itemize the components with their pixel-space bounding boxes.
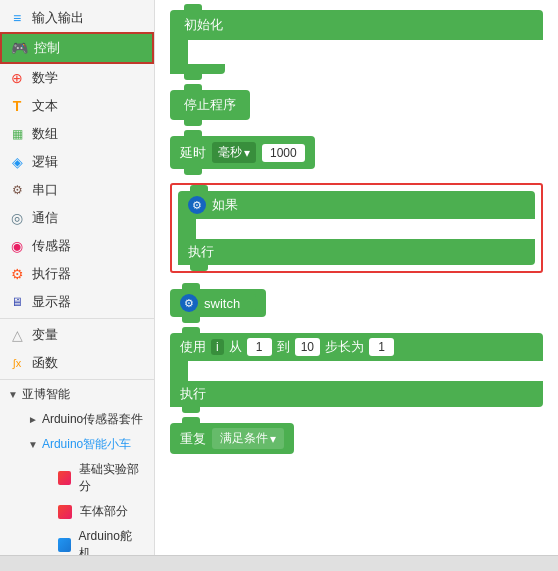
sidebar-item-func[interactable]: ∫x 函数 — [0, 349, 154, 377]
sidebar-label-logic: 逻辑 — [32, 153, 58, 171]
arduino-sensor-label: Arduino传感器套件 — [42, 411, 143, 428]
sidebar-item-text[interactable]: T 文本 — [0, 92, 154, 120]
array-icon: ▦ — [8, 125, 26, 143]
for-execute-label: 执行 — [180, 386, 206, 401]
init-label: 初始化 — [184, 16, 223, 34]
delay-block[interactable]: 延时 毫秒 ▾ 1000 — [170, 136, 543, 169]
arduino-sensor-arrow: ► — [28, 414, 38, 425]
repeat-block[interactable]: 重复 满足条件 ▾ — [170, 423, 543, 454]
delay-unit-dropdown[interactable]: 毫秒 ▾ — [212, 142, 256, 163]
basic-exp-label: 基础实验部分 — [79, 461, 146, 495]
func-icon: ∫x — [8, 354, 26, 372]
sensor-icon: ◉ — [8, 237, 26, 255]
repeat-cond[interactable]: 满足条件 ▾ — [212, 428, 284, 449]
switch-label: switch — [204, 296, 240, 311]
delay-value-input[interactable]: 1000 — [262, 144, 305, 162]
yabo-label: 亚博智能 — [22, 386, 70, 403]
sidebar-item-logic[interactable]: ◈ 逻辑 — [0, 148, 154, 176]
sidebar-label-serial: 串口 — [32, 181, 58, 199]
servo-cube-icon — [58, 538, 71, 552]
sidebar-item-io[interactable]: ≡ 输入输出 — [0, 4, 154, 32]
math-icon: ⊕ — [8, 69, 26, 87]
if-gear-icon: ⚙ — [188, 196, 206, 214]
delay-label: 延时 — [180, 144, 206, 162]
sidebar-label-func: 函数 — [32, 354, 58, 372]
sidebar-item-actuator[interactable]: ⚙ 执行器 — [0, 260, 154, 288]
chassis-label: 车体部分 — [80, 503, 128, 520]
basic-exp-cube-icon — [58, 471, 71, 485]
for-use-label: 使用 — [180, 338, 206, 356]
sidebar-item-comm[interactable]: ◎ 通信 — [0, 204, 154, 232]
stop-block[interactable]: 停止程序 — [170, 90, 543, 120]
serial-icon: ⚙ — [8, 181, 26, 199]
if-block[interactable]: ⚙ 如果 执行 — [178, 191, 535, 265]
workspace: 初始化 停止程序 — [155, 0, 558, 555]
control-icon: 🎮 — [10, 39, 28, 57]
comm-icon: ◎ — [8, 209, 26, 227]
for-step-input[interactable]: 1 — [369, 338, 394, 356]
sidebar-item-var[interactable]: △ 变量 — [0, 321, 154, 349]
tree-arduino-car[interactable]: ▼ Arduino智能小车 — [20, 432, 154, 457]
tree-arduino-sensor[interactable]: ► Arduino传感器套件 — [20, 407, 154, 432]
selection-box: ⚙ 如果 执行 — [170, 183, 543, 273]
sidebar-label-array: 数组 — [32, 125, 58, 143]
app-container: ≡ 输入输出 🎮 控制 ⊕ 数学 T 文本 ▦ 数组 — [0, 0, 558, 555]
init-block[interactable]: 初始化 — [170, 10, 543, 74]
chassis-cube-icon — [58, 505, 72, 519]
for-to-label: 到 — [277, 338, 290, 356]
sidebar-label-text: 文本 — [32, 97, 58, 115]
stop-label: 停止程序 — [184, 96, 236, 114]
sidebar-item-array[interactable]: ▦ 数组 — [0, 120, 154, 148]
sidebar-label-control: 控制 — [34, 39, 60, 57]
for-from-label: 从 — [229, 338, 242, 356]
text-icon: T — [8, 97, 26, 115]
display-icon: 🖥 — [8, 293, 26, 311]
io-icon: ≡ — [8, 9, 26, 27]
sidebar-item-sensor[interactable]: ◉ 传感器 — [0, 232, 154, 260]
switch-gear-icon: ⚙ — [180, 294, 198, 312]
sidebar: ≡ 输入输出 🎮 控制 ⊕ 数学 T 文本 ▦ 数组 — [0, 0, 155, 555]
tree-basic-exp[interactable]: 基础实验部分 — [50, 457, 154, 499]
sidebar-label-io: 输入输出 — [32, 9, 84, 27]
servo-label: Arduino舵机... — [79, 528, 146, 555]
sidebar-item-math[interactable]: ⊕ 数学 — [0, 64, 154, 92]
arduino-car-arrow: ▼ — [28, 439, 38, 450]
repeat-label: 重复 — [180, 430, 206, 448]
sidebar-label-display: 显示器 — [32, 293, 71, 311]
tree-servo[interactable]: Arduino舵机... — [50, 524, 154, 555]
blocks-area: 初始化 停止程序 — [155, 0, 558, 464]
tree-chassis[interactable]: 车体部分 — [50, 499, 154, 524]
yabo-children: ► Arduino传感器套件 ▼ Arduino智能小车 基础实验部分 车体部分 — [0, 407, 154, 555]
divider2 — [0, 379, 154, 380]
sidebar-item-display[interactable]: 🖥 显示器 — [0, 288, 154, 316]
sidebar-item-control[interactable]: 🎮 控制 — [0, 32, 154, 64]
sidebar-label-math: 数学 — [32, 69, 58, 87]
sidebar-label-actuator: 执行器 — [32, 265, 71, 283]
sidebar-item-serial[interactable]: ⚙ 串口 — [0, 176, 154, 204]
divider — [0, 318, 154, 319]
actuator-icon: ⚙ — [8, 265, 26, 283]
tree-yabo[interactable]: ▼ 亚博智能 — [0, 382, 154, 407]
bottom-scrollbar[interactable] — [0, 555, 558, 571]
execute-label: 执行 — [188, 244, 214, 259]
arduino-car-label: Arduino智能小车 — [42, 436, 131, 453]
sidebar-label-var: 变量 — [32, 326, 58, 344]
arduino-car-children: 基础实验部分 车体部分 Arduino舵机... — [20, 457, 154, 555]
for-var-display: i — [211, 339, 224, 355]
switch-block[interactable]: ⚙ switch — [170, 289, 543, 317]
sidebar-label-comm: 通信 — [32, 209, 58, 227]
for-step-label: 步长为 — [325, 338, 364, 356]
sidebar-section-main: ≡ 输入输出 🎮 控制 ⊕ 数学 T 文本 ▦ 数组 — [0, 0, 154, 555]
sidebar-label-sensor: 传感器 — [32, 237, 71, 255]
for-from-input[interactable]: 1 — [247, 338, 272, 356]
var-icon: △ — [8, 326, 26, 344]
yabo-arrow: ▼ — [8, 389, 18, 400]
if-label: 如果 — [212, 196, 238, 214]
for-loop-block[interactable]: 使用 i 从 1 到 10 步长为 1 执行 — [170, 333, 543, 407]
logic-icon: ◈ — [8, 153, 26, 171]
for-to-input[interactable]: 10 — [295, 338, 320, 356]
